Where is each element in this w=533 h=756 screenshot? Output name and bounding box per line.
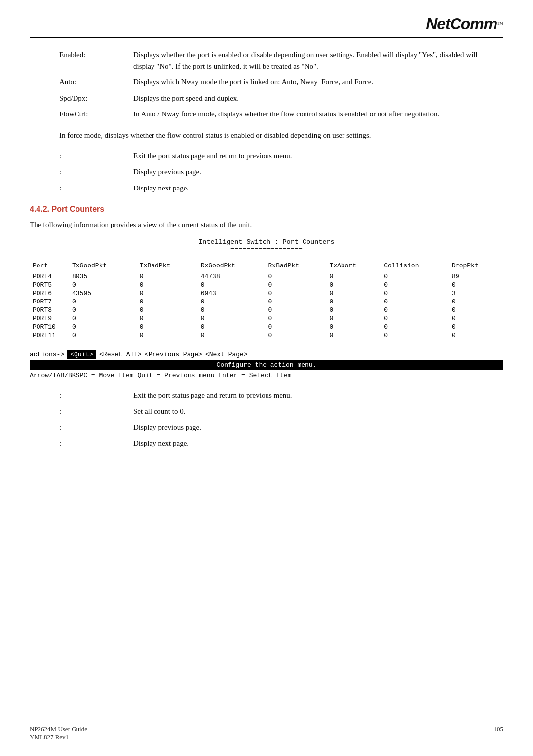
port-row: PORT110000000 xyxy=(30,331,503,340)
port-col-header: TxBadPkt xyxy=(137,261,198,270)
port-col-header: RxGoodPkt xyxy=(198,261,266,270)
port-cell: 0 xyxy=(69,298,137,306)
port-cell: 0 xyxy=(266,289,327,298)
force-mode-text: In force mode, displays whether the flow… xyxy=(30,129,503,141)
cmd-term: : xyxy=(30,403,128,419)
action-status-line: Configure the action menu. xyxy=(30,360,503,370)
port-cell: 0 xyxy=(198,306,266,314)
quit-button[interactable]: <Quit> xyxy=(67,350,96,359)
reset-all-button[interactable]: <Reset All> xyxy=(99,351,142,358)
port-col-header: DropPkt xyxy=(449,261,503,270)
commands-top-table: :Exit the port status page and return to… xyxy=(30,148,503,196)
section-heading: 4.4.2. Port Counters xyxy=(30,205,503,214)
port-row: PORT643595069430003 xyxy=(30,289,503,298)
port-cell: 0 xyxy=(381,298,449,306)
cmd-term: : xyxy=(30,435,128,452)
port-cell: 0 xyxy=(449,306,503,314)
port-cell: 0 xyxy=(266,272,327,281)
footer-page-number: 105 xyxy=(494,725,504,741)
cmd-term: : xyxy=(30,148,128,164)
port-row: PORT4803504473800089 xyxy=(30,272,503,281)
cmd-desc: Exit the port status page and return to … xyxy=(128,387,503,404)
page-header: NetComm™ xyxy=(30,15,503,38)
port-cell: 0 xyxy=(266,331,327,340)
def-desc: In Auto / Nway force mode, displays whet… xyxy=(128,106,503,122)
port-cell: 0 xyxy=(326,323,381,331)
definition-row: FlowCtrl:In Auto / Nway force mode, disp… xyxy=(30,106,503,122)
command-row: :Display previous page. xyxy=(30,419,503,436)
command-row: :Display next page. xyxy=(30,435,503,452)
port-cell: 0 xyxy=(137,289,198,298)
port-cell: 0 xyxy=(381,331,449,340)
port-col-header: Collision xyxy=(381,261,449,270)
port-cell: 0 xyxy=(69,306,137,314)
port-cell: 89 xyxy=(449,272,503,281)
definition-row: Enabled:Displays whether the port is ena… xyxy=(30,47,503,74)
port-cell: 0 xyxy=(326,306,381,314)
commands-bottom-table: :Exit the port status page and return to… xyxy=(30,387,503,452)
def-desc: Displays whether the port is enabled or … xyxy=(128,47,503,74)
port-cell: PORT6 xyxy=(30,289,69,298)
port-cell: PORT8 xyxy=(30,306,69,314)
footer-guide: NP2624M User Guide xyxy=(30,725,87,733)
port-col-header: Port xyxy=(30,261,69,270)
command-row: :Display next page. xyxy=(30,180,503,196)
port-cell: 0 xyxy=(69,323,137,331)
footer-left: NP2624M User Guide YML827 Rev1 xyxy=(30,725,87,741)
port-cell: 0 xyxy=(381,323,449,331)
terminal-line1: Intelligent Switch : Port Counters xyxy=(30,238,503,246)
port-cell: 6943 xyxy=(198,289,266,298)
port-cell: 0 xyxy=(381,314,449,323)
cmd-desc: Display next page. xyxy=(128,435,503,452)
actions-label: actions-> xyxy=(30,351,64,358)
port-row: PORT80000000 xyxy=(30,306,503,314)
port-cell: 0 xyxy=(326,289,381,298)
port-cell: 43595 xyxy=(69,289,137,298)
port-cell: 0 xyxy=(326,281,381,289)
port-cell: 0 xyxy=(381,281,449,289)
port-table-wrapper: PortTxGoodPktTxBadPktRxGoodPktRxBadPktTx… xyxy=(30,261,503,340)
port-cell: 0 xyxy=(69,314,137,323)
command-row: :Set all count to 0. xyxy=(30,403,503,419)
port-cell: 8035 xyxy=(69,272,137,281)
cmd-term: : xyxy=(30,164,128,180)
intro-text: The following information provides a vie… xyxy=(30,219,503,230)
footer-rev: YML827 Rev1 xyxy=(30,733,87,741)
cmd-desc: Display next page. xyxy=(128,180,503,196)
cmd-term: : xyxy=(30,387,128,404)
port-cell: 0 xyxy=(449,298,503,306)
port-cell: 3 xyxy=(449,289,503,298)
definition-row: Auto:Displays which Nway mode the port i… xyxy=(30,74,503,90)
port-row: PORT100000000 xyxy=(30,323,503,331)
action-bar: actions-> <Quit> <Reset All> <Previous P… xyxy=(30,349,503,380)
command-row: :Exit the port status page and return to… xyxy=(30,148,503,164)
cmd-desc: Display previous page. xyxy=(128,419,503,436)
port-table: PortTxGoodPktTxBadPktRxGoodPktRxBadPktTx… xyxy=(30,261,503,340)
port-cell: PORT4 xyxy=(30,272,69,281)
port-cell: 0 xyxy=(266,298,327,306)
next-page-button[interactable]: <Next Page> xyxy=(205,351,248,358)
cmd-term: : xyxy=(30,180,128,196)
port-cell: 0 xyxy=(381,306,449,314)
port-row: PORT90000000 xyxy=(30,314,503,323)
cmd-desc: Exit the port status page and return to … xyxy=(128,148,503,164)
port-cell: 0 xyxy=(381,289,449,298)
port-cell: PORT7 xyxy=(30,298,69,306)
port-cell: 0 xyxy=(137,306,198,314)
port-cell: PORT11 xyxy=(30,331,69,340)
port-col-header: TxAbort xyxy=(326,261,381,270)
port-cell: 0 xyxy=(137,272,198,281)
command-row: :Display previous page. xyxy=(30,164,503,180)
port-cell: 0 xyxy=(326,314,381,323)
previous-page-button[interactable]: <Previous Page> xyxy=(145,351,202,358)
port-cell: 0 xyxy=(266,306,327,314)
port-cell: 0 xyxy=(198,298,266,306)
port-cell: PORT10 xyxy=(30,323,69,331)
def-term: Enabled: xyxy=(30,47,128,74)
port-cell: 0 xyxy=(449,331,503,340)
def-term: Auto: xyxy=(30,74,128,90)
port-cell: 0 xyxy=(326,272,381,281)
terminal-block: Intelligent Switch : Port Counters =====… xyxy=(30,238,503,253)
terminal-line2: ================== xyxy=(30,246,503,253)
port-col-header: RxBadPkt xyxy=(266,261,327,270)
